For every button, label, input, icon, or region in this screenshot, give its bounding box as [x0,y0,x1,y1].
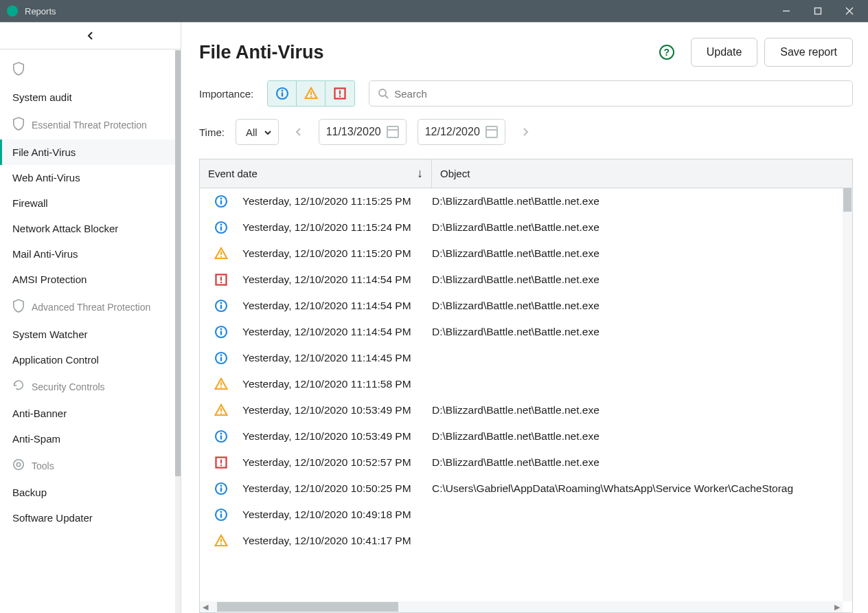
sidebar-item-network-attack-blocker[interactable]: Network Attack Blocker [0,216,181,241]
sidebar-item-system-audit[interactable]: System audit [0,85,181,110]
table-row[interactable]: Yesterday, 12/10/2020 11:11:58 PM [200,371,852,397]
row-severity-icon [200,430,242,443]
svg-point-30 [220,302,222,304]
importance-label: Importance: [199,88,253,100]
row-object: D:\Blizzard\Battle.net\Battle.net.exe [432,195,852,208]
svg-line-16 [385,96,388,98]
svg-point-51 [220,485,222,487]
svg-point-54 [220,511,222,513]
table-row[interactable]: Yesterday, 12/10/2020 11:15:20 PMD:\Bliz… [200,241,852,267]
help-button[interactable]: ? [659,45,674,60]
importance-info-button[interactable] [268,81,297,106]
sidebar-collapse-button[interactable] [0,23,181,49]
sidebar-item-system-watcher[interactable]: System Watcher [0,322,181,347]
table-row[interactable]: Yesterday, 12/10/2020 11:15:24 PMD:\Bliz… [200,214,852,241]
sidebar-item-software-updater[interactable]: Software Updater [0,505,181,531]
row-severity-icon [200,273,242,287]
table-body: Yesterday, 12/10/2020 11:15:25 PMD:\Bliz… [200,188,852,612]
table-row[interactable]: Yesterday, 12/10/2020 10:41:17 PM [200,528,852,554]
table-row[interactable]: Yesterday, 12/10/2020 10:49:18 PM [200,502,852,528]
window-close-button[interactable] [834,0,865,22]
table-row[interactable]: Yesterday, 12/10/2020 11:14:54 PMD:\Bliz… [200,319,852,345]
svg-point-4 [14,460,23,469]
table-row[interactable]: Yesterday, 12/10/2020 11:14:54 PMD:\Bliz… [200,267,852,293]
time-select[interactable]: All [236,119,279,145]
sidebar-item-file-anti-virus[interactable]: File Anti-Virus [0,140,181,165]
row-event-date: Yesterday, 12/10/2020 11:14:54 PM [242,274,432,286]
window-maximize-button[interactable] [802,0,834,22]
critical-icon [214,456,228,469]
sidebar-item-amsi-protection[interactable]: AMSI Protection [0,267,181,292]
sidebar-section-header: Tools [0,452,181,480]
table-row[interactable]: Yesterday, 12/10/2020 10:52:57 PMD:\Bliz… [200,449,852,476]
row-event-date: Yesterday, 12/10/2020 11:15:20 PM [242,247,432,260]
column-header-object[interactable]: Object [432,159,843,188]
sort-descending-icon: ↓ [417,166,423,181]
warning-icon [214,534,228,548]
sidebar-item-anti-spam[interactable]: Anti-Spam [0,426,181,452]
sidebar-scrollbar-thumb[interactable] [175,50,181,476]
sidebar-scrollbar[interactable] [175,50,181,613]
save-report-button[interactable]: Save report [764,38,853,67]
sidebar-item-firewall[interactable]: Firewall [0,190,181,216]
warning-icon [214,247,228,260]
vertical-scrollbar[interactable] [843,188,852,601]
row-severity-icon [200,377,242,391]
table-row[interactable]: Yesterday, 12/10/2020 11:14:54 PMD:\Bliz… [200,293,852,319]
sidebar-item-backup[interactable]: Backup [0,480,181,505]
date-next-button[interactable] [516,119,534,145]
svg-rect-57 [220,539,222,542]
row-severity-icon [200,534,242,548]
vertical-scrollbar-thumb[interactable] [843,188,852,212]
table-row[interactable]: Yesterday, 12/10/2020 10:53:49 PMD:\Bliz… [200,423,852,449]
info-icon [214,430,228,443]
update-button[interactable]: Update [691,38,758,67]
sidebar-item-web-anti-virus[interactable]: Web Anti-Virus [0,165,181,190]
date-from-input[interactable]: 11/13/2020 [319,119,407,145]
date-to-input[interactable]: 12/12/2020 [418,119,505,145]
table-row[interactable]: Yesterday, 12/10/2020 11:15:25 PMD:\Bliz… [200,188,852,214]
sidebar-section-header: Essential Threat Protection [0,110,181,140]
scroll-right-arrow[interactable]: ▶ [832,601,843,612]
importance-critical-button[interactable] [326,81,354,106]
table-row[interactable]: Yesterday, 12/10/2020 11:14:45 PM [200,345,852,371]
shield-icon [12,299,25,313]
table-header: Event date ↓ Object [200,159,852,188]
row-event-date: Yesterday, 12/10/2020 10:52:57 PM [242,456,432,469]
svg-point-45 [220,433,222,435]
svg-rect-19 [220,201,222,205]
column-header-event-date[interactable]: Event date ↓ [200,159,432,188]
warning-icon [214,403,228,417]
date-prev-button[interactable] [290,119,308,145]
horizontal-scrollbar-thumb[interactable] [217,602,398,612]
sidebar-section-label: Security Controls [32,381,105,392]
importance-warning-button[interactable] [297,81,326,106]
search-input[interactable] [394,88,844,100]
row-event-date: Yesterday, 12/10/2020 10:50:25 PM [242,482,432,495]
sidebar-section-header: Advanced Threat Protection [0,292,181,322]
row-event-date: Yesterday, 12/10/2020 10:41:17 PM [242,535,432,547]
info-icon [214,325,228,339]
table-row[interactable]: Yesterday, 12/10/2020 10:53:49 PMD:\Bliz… [200,397,852,423]
row-object: D:\Blizzard\Battle.net\Battle.net.exe [432,274,852,286]
scroll-left-arrow[interactable]: ◀ [200,601,211,612]
row-object: C:\Users\Gabriel\AppData\Roaming\WhatsAp… [432,482,852,495]
time-select-value: All [246,126,258,138]
horizontal-scrollbar[interactable]: ◀ ▶ [200,601,843,612]
svg-rect-8 [282,93,283,97]
sidebar-item-application-control[interactable]: Application Control [0,347,181,372]
window-minimize-button[interactable] [770,0,802,22]
svg-rect-42 [220,408,222,412]
sidebar-item-mail-anti-virus[interactable]: Mail Anti-Virus [0,241,181,267]
sidebar-section-header: Security Controls [0,372,181,401]
sidebar-item-anti-banner[interactable]: Anti-Banner [0,401,181,426]
table-row[interactable]: Yesterday, 12/10/2020 10:50:25 PMC:\User… [200,476,852,502]
svg-point-18 [220,198,222,200]
row-object: D:\Blizzard\Battle.net\Battle.net.exe [432,221,852,234]
row-severity-icon [200,325,242,339]
svg-rect-27 [220,277,222,281]
search-box[interactable] [369,80,853,107]
calendar-icon [387,126,399,138]
info-icon [214,351,228,365]
svg-rect-22 [220,227,222,231]
